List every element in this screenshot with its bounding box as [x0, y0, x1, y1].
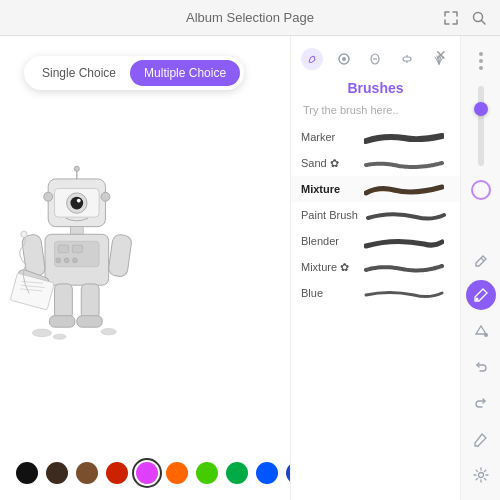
color-pink-active[interactable] — [136, 462, 158, 484]
brush-item-paint-brush[interactable]: Paint Brush — [291, 202, 460, 228]
dot-2 — [479, 59, 483, 63]
svg-point-32 — [21, 231, 27, 237]
dot-1 — [479, 52, 483, 56]
svg-point-30 — [53, 334, 66, 339]
search-icon[interactable] — [470, 9, 488, 27]
brush-pencil-icon[interactable] — [301, 48, 323, 70]
choice-buttons: Single Choice Multiple Choice — [24, 56, 244, 90]
brush-name-paint-brush: Paint Brush — [301, 209, 358, 221]
undo-tool[interactable] — [466, 352, 496, 382]
brushes-close-button[interactable]: ✕ — [432, 46, 450, 64]
svg-point-6 — [70, 197, 83, 210]
brush-round-icon[interactable] — [333, 48, 355, 70]
svg-rect-14 — [72, 245, 82, 253]
header-actions — [442, 9, 488, 27]
svg-point-37 — [475, 298, 478, 301]
svg-point-15 — [56, 258, 61, 263]
color-green[interactable] — [226, 462, 248, 484]
dot-3 — [479, 66, 483, 70]
brush-name-blue: Blue — [301, 287, 356, 299]
brush-preview-blue — [364, 285, 450, 301]
brush-size-slider[interactable] — [478, 86, 484, 166]
fill-tool[interactable] — [466, 316, 496, 346]
brush-preview-mixture-2 — [364, 259, 450, 275]
robot-illustration — [10, 86, 150, 450]
svg-rect-13 — [58, 245, 68, 253]
brushes-panel: Brushes Try the brush here.. ✕ Marker Sa… — [290, 36, 460, 500]
brush-item-sand[interactable]: Sand ✿ — [291, 150, 460, 176]
svg-point-9 — [101, 192, 110, 201]
brush-item-mixture-1[interactable]: Mixture — [291, 176, 460, 202]
right-toolbar — [460, 36, 500, 500]
brush-preview-mixture-1 — [364, 181, 450, 197]
svg-point-16 — [64, 258, 69, 263]
color-black[interactable] — [16, 462, 38, 484]
svg-point-8 — [44, 192, 53, 201]
brush-item-marker[interactable]: Marker — [291, 124, 460, 150]
color-dark-brown[interactable] — [46, 462, 68, 484]
try-brush-text: Try the brush here.. — [291, 100, 460, 124]
svg-point-35 — [342, 57, 346, 61]
svg-rect-24 — [108, 234, 133, 278]
brush-name-sand: Sand ✿ — [301, 157, 356, 170]
brushes-title: Brushes — [291, 76, 460, 100]
color-blue[interactable] — [256, 462, 278, 484]
brush-flat-icon[interactable] — [396, 48, 418, 70]
svg-point-17 — [72, 258, 77, 263]
brush-name-mixture-2: Mixture ✿ — [301, 261, 356, 274]
multiple-choice-button[interactable]: Multiple Choice — [130, 60, 240, 86]
header: Album Selection Page — [0, 0, 500, 36]
single-choice-button[interactable]: Single Choice — [28, 60, 130, 86]
svg-point-33 — [306, 53, 318, 65]
svg-point-7 — [77, 199, 81, 203]
brush-edge-icon[interactable] — [365, 48, 387, 70]
color-palette — [16, 462, 290, 484]
svg-rect-10 — [70, 227, 83, 235]
svg-rect-26 — [81, 284, 99, 319]
brush-item-mixture-2[interactable]: Mixture ✿ — [291, 254, 460, 280]
svg-rect-36 — [403, 57, 411, 61]
brush-preview-paint-brush — [366, 207, 450, 223]
brush-preview-blender — [364, 233, 450, 249]
settings-tool[interactable] — [466, 460, 496, 490]
svg-rect-27 — [49, 316, 74, 327]
svg-rect-25 — [55, 284, 73, 319]
color-brown[interactable] — [76, 462, 98, 484]
color-light-green[interactable] — [196, 462, 218, 484]
edit-tool[interactable] — [466, 424, 496, 454]
brush-preview-sand — [364, 155, 450, 171]
svg-point-31 — [101, 328, 116, 334]
more-options-menu[interactable] — [479, 46, 483, 76]
brush-item-blender[interactable]: Blender — [291, 228, 460, 254]
brush-name-marker: Marker — [301, 131, 356, 143]
main-content: Single Choice Multiple Choice — [0, 36, 500, 500]
slider-thumb — [474, 102, 488, 116]
svg-rect-28 — [77, 316, 102, 327]
svg-point-39 — [478, 473, 483, 478]
canvas-area[interactable]: Single Choice Multiple Choice — [0, 36, 290, 500]
eraser-tool[interactable] — [466, 244, 496, 274]
svg-rect-38 — [484, 333, 488, 337]
brush-name-blender: Blender — [301, 235, 356, 247]
header-title: Album Selection Page — [186, 10, 314, 25]
expand-icon[interactable] — [442, 9, 460, 27]
color-orange[interactable] — [166, 462, 188, 484]
brush-preview-marker — [364, 129, 450, 145]
brush-list: Marker Sand ✿ Mixture — [291, 124, 460, 500]
brush-tool-active[interactable] — [466, 280, 496, 310]
color-circle-indicator[interactable] — [471, 180, 491, 200]
brush-name-mixture-1: Mixture — [301, 183, 356, 195]
redo-tool[interactable] — [466, 388, 496, 418]
svg-point-3 — [74, 166, 79, 171]
color-red[interactable] — [106, 462, 128, 484]
svg-point-29 — [32, 329, 51, 337]
brush-item-blue[interactable]: Blue — [291, 280, 460, 306]
